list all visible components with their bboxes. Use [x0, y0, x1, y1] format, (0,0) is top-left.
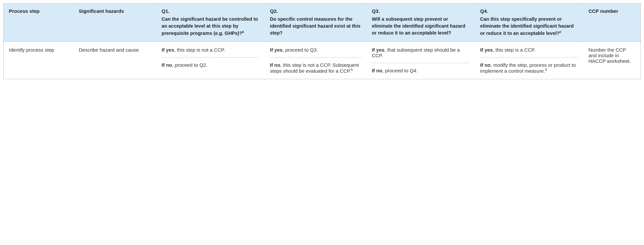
- data-q1-answers: If yes, this step is not a CCP. If no, p…: [156, 41, 265, 79]
- data-col2-text: Describe hazard and cause: [79, 42, 151, 57]
- header-col2-label: Significant hazards: [79, 8, 151, 14]
- header-q4: Q4. Can this step specifically prevent o…: [475, 4, 583, 42]
- header-col4-question: Do specific control measures for the ide…: [270, 16, 360, 36]
- header-col3-question: Can the significant hazard be controlled…: [162, 16, 258, 36]
- header-q2: Q2. Do specific control measures for the…: [264, 4, 366, 42]
- data-col7-text: Number the CCP and include in HACCP work…: [588, 42, 635, 68]
- data-ccp-number: Number the CCP and include in HACCP work…: [583, 41, 641, 79]
- header-significant-hazards: Significant hazards: [74, 4, 156, 42]
- data-q3-answers: If yes, that subsequent step should be a…: [367, 41, 475, 79]
- data-q4-no: If no, modify the step, process or produ…: [480, 57, 578, 79]
- data-q2-answers: If yes, proceed to Q3. If no, this step …: [264, 41, 366, 79]
- data-hazard-description: Describe hazard and cause: [74, 41, 156, 79]
- header-process-step: Process step: [4, 4, 74, 42]
- header-col7-label: CCP number: [588, 8, 635, 14]
- header-col6-question: Can this step specifically prevent or el…: [480, 16, 573, 36]
- haccp-decision-table: Process step Significant hazards Q1. Can…: [3, 3, 641, 79]
- data-q3-no: If no, proceed to Q4.: [372, 63, 470, 79]
- header-col3-label: Q1.: [162, 8, 260, 14]
- header-ccp-number: CCP number: [583, 4, 641, 42]
- data-q1-no: If no, proceed to Q2.: [162, 57, 260, 73]
- data-q2-yes: If yes, proceed to Q3.: [270, 42, 361, 57]
- header-col4-label: Q2.: [270, 8, 361, 14]
- header-col5-question: Will a subsequent step prevent or elimin…: [372, 16, 465, 36]
- data-q3-yes: If yes, that subsequent step should be a…: [372, 42, 470, 63]
- table-header: Process step Significant hazards Q1. Can…: [4, 4, 641, 42]
- data-q2-no: If no, this step is not a CCP. Subsequen…: [270, 57, 361, 79]
- header-col5-label: Q3.: [372, 8, 470, 14]
- header-col1-label: Process step: [9, 8, 68, 14]
- header-q3: Q3. Will a subsequent step prevent or el…: [367, 4, 475, 42]
- data-q4-answers: If yes, this step is a CCP. If no, modif…: [475, 41, 583, 79]
- data-col1-text: Identify process step: [9, 42, 68, 57]
- header-col6-label: Q4.: [480, 8, 578, 14]
- header-q1: Q1. Can the significant hazard be contro…: [156, 4, 265, 42]
- data-q4-yes: If yes, this step is a CCP.: [480, 42, 578, 57]
- data-process-step: Identify process step: [4, 41, 74, 79]
- data-q1-yes: If yes, this step is not a CCP.: [162, 42, 260, 57]
- table-data-row: Identify process step Describe hazard an…: [4, 41, 641, 79]
